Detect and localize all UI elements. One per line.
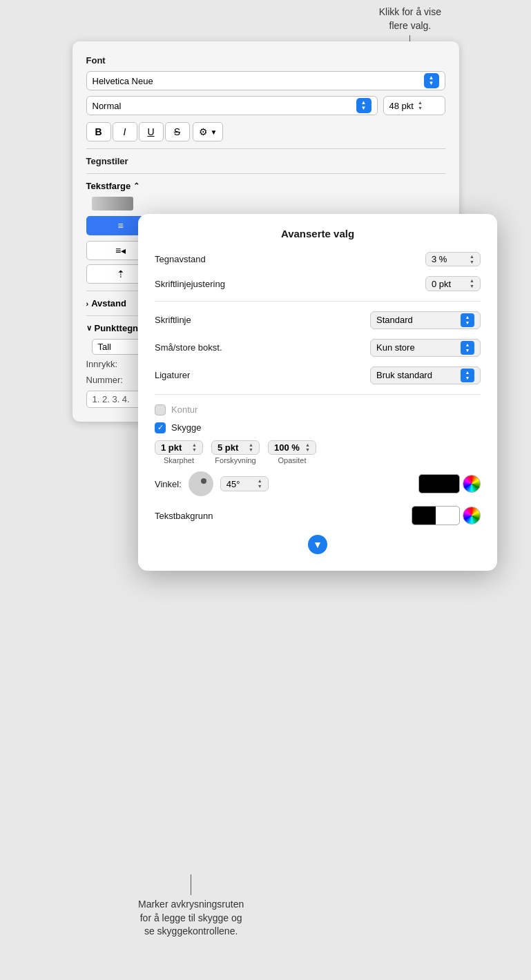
forskyvning-label: Forskyvning <box>215 456 255 464</box>
skriftlinjejustering-spinner[interactable]: ▲ ▼ <box>470 278 474 288</box>
shadow-color-preview[interactable] <box>418 474 460 493</box>
opasitet-spinner[interactable]: ▲ ▼ <box>305 442 310 453</box>
font-style-selector[interactable]: Normal ▲ ▼ <box>86 96 378 115</box>
avstand-chevron-icon: › <box>86 300 89 308</box>
size-up-icon: ▲ <box>418 100 423 106</box>
angle-dial[interactable] <box>189 471 213 496</box>
punkttegn-chevron-icon[interactable]: ∨ <box>86 324 92 333</box>
font-name-row: Helvetica Neue ▲ ▼ <box>86 71 445 90</box>
tegnavstand-value-box[interactable]: 3 % ▲ ▼ <box>425 252 481 266</box>
kontur-label: Kontur <box>171 404 197 415</box>
tekstbakgrunn-row: Tekstbakgrunn <box>155 506 481 525</box>
vinkel-spinner[interactable]: ▲ ▼ <box>258 478 262 489</box>
align-right-icon: ≡◂ <box>115 245 126 256</box>
forskyvning-value-box[interactable]: 5 pkt ▲ ▼ <box>211 440 260 455</box>
skriftlinje-down-icon: ▼ <box>465 320 470 326</box>
vinkel-value-box[interactable]: 45° ▲ ▼ <box>220 476 269 491</box>
skarphet-ctrl: 1 pkt ▲ ▼ Skarphet <box>155 440 203 464</box>
divider-1 <box>86 148 445 149</box>
format-buttons: B I U S <box>86 122 190 141</box>
font-style-value: Normal <box>93 101 122 111</box>
ligaturer-select[interactable]: Bruk standard ▲ ▼ <box>370 366 481 384</box>
tekstfarge-row: Tekstfarge ⌃ <box>86 181 445 191</box>
text-color-swatch[interactable] <box>92 197 133 210</box>
tegnavstand-value: 3 % <box>432 254 447 264</box>
font-name-value: Helvetica Neue <box>93 76 153 86</box>
skygge-checkbox[interactable]: ✓ <box>155 422 166 433</box>
sma-store-value: Kun store <box>376 342 415 353</box>
font-name-selector[interactable]: Helvetica Neue ▲ ▼ <box>86 71 445 90</box>
font-style-spinner[interactable]: ▲ ▼ <box>356 98 371 113</box>
kontur-row: Kontur <box>155 404 481 415</box>
skriftlinje-select[interactable]: Standard ▲ ▼ <box>370 311 481 329</box>
shadow-color-wheel-button[interactable] <box>463 475 481 493</box>
tekstbakgrunn-color-preview[interactable] <box>412 506 460 525</box>
tekstbakgrunn-preview <box>412 506 481 525</box>
tekstbakgrunn-label: Tekstbakgrunn <box>155 511 213 521</box>
ligaturer-down-icon: ▼ <box>465 375 470 381</box>
font-name-spinner[interactable]: ▲ ▼ <box>424 73 439 88</box>
avstand-label: Avstand <box>91 298 126 308</box>
skriftlinje-up-icon: ▲ <box>465 315 470 320</box>
vinkel-down-icon: ▼ <box>258 484 262 489</box>
callout-bottom: Marker avkrysningsruten for å legge til … <box>138 874 244 939</box>
font-size-field[interactable]: 48 pkt ▲ ▼ <box>383 96 445 115</box>
skriftlinje-spinner[interactable]: ▲ ▼ <box>461 313 474 327</box>
punkttegn-label: Punkttegn <box>95 323 139 333</box>
spinner-down-icon: ▼ <box>429 81 434 86</box>
skriftlinjejustering-value-box[interactable]: 0 pkt ▲ ▼ <box>425 276 481 291</box>
skarphet-spinner[interactable]: ▲ ▼ <box>192 442 197 453</box>
tegnavstand-spinner[interactable]: ▲ ▼ <box>470 254 474 264</box>
tekstfarge-label: Tekstfarge <box>86 181 131 191</box>
callout-bottom-text: Marker avkrysningsruten for å legge til … <box>138 899 244 937</box>
tekstbakgrunn-color-wheel-button[interactable] <box>463 507 481 525</box>
adv-divider-2 <box>155 394 481 395</box>
ligaturer-label: Ligaturer <box>155 370 190 380</box>
style-spinner-down-icon: ▼ <box>361 106 367 111</box>
italic-button[interactable]: I <box>113 122 137 141</box>
sma-store-row: Små/store bokst. Kun store ▲ ▼ <box>155 339 481 357</box>
tegnavstand-up-icon: ▲ <box>470 254 474 259</box>
sma-store-label: Små/store bokst. <box>155 342 222 353</box>
skriftlinjejustering-row: Skriftlinjejustering 0 pkt ▲ ▼ <box>155 276 481 291</box>
underline-button[interactable]: U <box>139 122 164 141</box>
gear-menu-button[interactable]: ⚙ ▼ <box>193 122 224 141</box>
skarphet-value-box[interactable]: 1 pkt ▲ ▼ <box>155 440 203 455</box>
skriftlinje-label: Skriftlinje <box>155 315 191 325</box>
opasitet-value-box[interactable]: 100 % ▲ ▼ <box>268 440 316 455</box>
tegnstiler-label: Tegnstiler <box>86 156 445 166</box>
bold-icon: B <box>95 126 102 137</box>
sj-up-icon: ▲ <box>470 278 474 284</box>
skriftlinje-row: Skriftlinje Standard ▲ ▼ <box>155 311 481 329</box>
skygge-row: ✓ Skygge <box>155 422 481 433</box>
ligaturer-spinner[interactable]: ▲ ▼ <box>461 369 474 382</box>
divider-2 <box>86 173 445 174</box>
ligaturer-value: Bruk standard <box>376 370 432 380</box>
font-style-row: Normal ▲ ▼ 48 pkt ▲ ▼ <box>86 96 445 115</box>
nummer-label: Nummer: <box>86 375 123 385</box>
adv-divider-1 <box>155 301 481 302</box>
bold-button[interactable]: B <box>86 122 111 141</box>
tegnavstand-label: Tegnavstand <box>155 254 206 264</box>
font-section-label: Font <box>86 55 445 66</box>
callout-top-text: Klikk for å vise <box>379 6 441 17</box>
sma-store-spinner[interactable]: ▲ ▼ <box>461 341 474 355</box>
vinkel-label: Vinkel: <box>155 479 182 489</box>
size-spinner[interactable]: ▲ ▼ <box>418 100 423 110</box>
tekstfarge-chevron-icon[interactable]: ⌃ <box>133 182 139 190</box>
bottom-button-row: ▼ <box>155 535 481 554</box>
kontur-checkbox[interactable] <box>155 404 166 415</box>
forskyvning-ctrl: 5 pkt ▲ ▼ Forskyvning <box>211 440 260 464</box>
forskyvning-spinner[interactable]: ▲ ▼ <box>249 442 253 453</box>
ligaturer-up-icon: ▲ <box>465 370 470 375</box>
opasitet-ctrl: 100 % ▲ ▼ Opasitet <box>268 440 316 464</box>
shadow-controls: 1 pkt ▲ ▼ Skarphet 5 pkt ▲ ▼ Forskyvning… <box>155 440 481 464</box>
expand-button[interactable]: ▼ <box>308 535 327 554</box>
size-down-icon: ▼ <box>418 106 423 111</box>
innrykk-label: Innrykk: <box>86 359 118 369</box>
indent-icon: ⇡ <box>117 268 125 280</box>
skarphet-down-icon: ▼ <box>192 447 197 453</box>
italic-icon: I <box>124 126 126 137</box>
strikethrough-button[interactable]: S <box>165 122 190 141</box>
sma-store-select[interactable]: Kun store ▲ ▼ <box>370 339 481 357</box>
